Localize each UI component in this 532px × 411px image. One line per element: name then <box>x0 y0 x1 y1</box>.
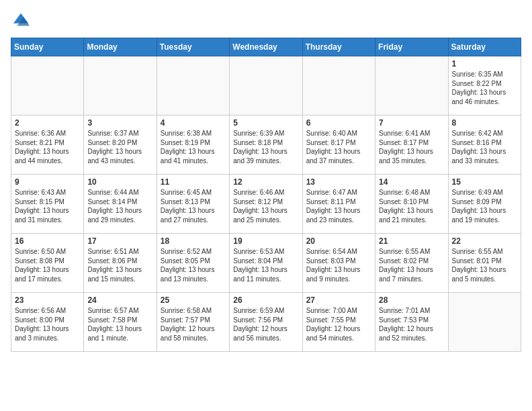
day-number: 24 <box>87 295 152 305</box>
week-row-0: 1Sunrise: 6:35 AM Sunset: 8:22 PM Daylig… <box>11 56 521 116</box>
calendar-cell: 20Sunrise: 6:54 AM Sunset: 8:03 PM Dayli… <box>302 234 375 293</box>
week-row-3: 16Sunrise: 6:50 AM Sunset: 8:08 PM Dayli… <box>11 234 521 293</box>
day-number: 13 <box>306 177 371 187</box>
calendar-cell: 14Sunrise: 6:48 AM Sunset: 8:10 PM Dayli… <box>375 175 448 234</box>
day-number: 27 <box>306 295 371 305</box>
calendar-cell: 13Sunrise: 6:47 AM Sunset: 8:11 PM Dayli… <box>302 175 375 234</box>
calendar-cell <box>448 293 521 352</box>
day-number: 6 <box>306 118 371 128</box>
day-number: 15 <box>452 177 517 187</box>
day-info: Sunrise: 6:50 AM Sunset: 8:08 PM Dayligh… <box>15 247 80 283</box>
weekday-header-saturday: Saturday <box>448 38 521 56</box>
calendar-cell <box>84 56 157 116</box>
calendar-cell: 21Sunrise: 6:55 AM Sunset: 8:02 PM Dayli… <box>375 234 448 293</box>
day-number: 17 <box>87 236 152 246</box>
calendar-cell: 22Sunrise: 6:55 AM Sunset: 8:01 PM Dayli… <box>448 234 521 293</box>
calendar-cell: 10Sunrise: 6:44 AM Sunset: 8:14 PM Dayli… <box>84 175 157 234</box>
calendar-cell: 26Sunrise: 6:59 AM Sunset: 7:56 PM Dayli… <box>230 293 302 352</box>
day-number: 20 <box>306 236 371 246</box>
calendar-cell: 16Sunrise: 6:50 AM Sunset: 8:08 PM Dayli… <box>11 234 84 293</box>
day-number: 19 <box>233 236 298 246</box>
day-info: Sunrise: 6:40 AM Sunset: 8:17 PM Dayligh… <box>306 129 371 165</box>
calendar-cell: 9Sunrise: 6:43 AM Sunset: 8:15 PM Daylig… <box>11 175 84 234</box>
logo <box>11 11 31 32</box>
day-number: 10 <box>87 177 152 187</box>
calendar-cell: 5Sunrise: 6:39 AM Sunset: 8:18 PM Daylig… <box>230 116 302 175</box>
calendar-cell: 27Sunrise: 7:00 AM Sunset: 7:55 PM Dayli… <box>302 293 375 352</box>
day-info: Sunrise: 6:36 AM Sunset: 8:21 PM Dayligh… <box>15 129 80 165</box>
day-info: Sunrise: 6:58 AM Sunset: 7:57 PM Dayligh… <box>161 306 226 342</box>
calendar-cell <box>302 56 375 116</box>
day-info: Sunrise: 6:55 AM Sunset: 8:02 PM Dayligh… <box>379 247 444 283</box>
calendar-cell: 8Sunrise: 6:42 AM Sunset: 8:16 PM Daylig… <box>448 116 521 175</box>
day-info: Sunrise: 6:49 AM Sunset: 8:09 PM Dayligh… <box>452 188 517 224</box>
calendar-cell <box>230 56 302 116</box>
calendar-cell: 17Sunrise: 6:51 AM Sunset: 8:06 PM Dayli… <box>84 234 157 293</box>
page-header <box>11 11 521 32</box>
calendar-cell: 24Sunrise: 6:57 AM Sunset: 7:58 PM Dayli… <box>84 293 157 352</box>
calendar-cell: 28Sunrise: 7:01 AM Sunset: 7:53 PM Dayli… <box>375 293 448 352</box>
day-number: 1 <box>452 59 517 68</box>
day-number: 26 <box>233 295 298 305</box>
day-info: Sunrise: 6:46 AM Sunset: 8:12 PM Dayligh… <box>233 188 298 224</box>
day-info: Sunrise: 6:43 AM Sunset: 8:15 PM Dayligh… <box>15 188 80 224</box>
day-number: 14 <box>379 177 444 187</box>
day-info: Sunrise: 6:59 AM Sunset: 7:56 PM Dayligh… <box>233 306 298 342</box>
day-number: 9 <box>15 177 80 187</box>
weekday-header-row: SundayMondayTuesdayWednesdayThursdayFrid… <box>11 38 521 56</box>
day-number: 8 <box>452 118 517 128</box>
day-number: 18 <box>161 236 226 246</box>
day-info: Sunrise: 6:53 AM Sunset: 8:04 PM Dayligh… <box>233 247 298 283</box>
calendar-cell: 4Sunrise: 6:38 AM Sunset: 8:19 PM Daylig… <box>157 116 229 175</box>
day-info: Sunrise: 6:39 AM Sunset: 8:18 PM Dayligh… <box>233 129 298 165</box>
day-info: Sunrise: 7:01 AM Sunset: 7:53 PM Dayligh… <box>379 306 444 342</box>
day-number: 4 <box>161 118 226 128</box>
day-info: Sunrise: 6:51 AM Sunset: 8:06 PM Dayligh… <box>87 247 152 283</box>
day-number: 28 <box>379 295 444 305</box>
day-number: 16 <box>15 236 80 246</box>
day-info: Sunrise: 6:52 AM Sunset: 8:05 PM Dayligh… <box>161 247 226 283</box>
weekday-header-tuesday: Tuesday <box>157 38 229 56</box>
day-info: Sunrise: 6:55 AM Sunset: 8:01 PM Dayligh… <box>452 247 517 283</box>
day-number: 11 <box>161 177 226 187</box>
day-info: Sunrise: 6:56 AM Sunset: 8:00 PM Dayligh… <box>15 306 80 342</box>
day-info: Sunrise: 6:54 AM Sunset: 8:03 PM Dayligh… <box>306 247 371 283</box>
weekday-header-sunday: Sunday <box>11 38 84 56</box>
calendar-cell: 6Sunrise: 6:40 AM Sunset: 8:17 PM Daylig… <box>302 116 375 175</box>
day-info: Sunrise: 6:44 AM Sunset: 8:14 PM Dayligh… <box>87 188 152 224</box>
logo-icon <box>12 11 31 30</box>
day-number: 25 <box>161 295 226 305</box>
day-number: 21 <box>379 236 444 246</box>
calendar-cell: 25Sunrise: 6:58 AM Sunset: 7:57 PM Dayli… <box>157 293 229 352</box>
day-number: 2 <box>15 118 80 128</box>
day-info: Sunrise: 6:57 AM Sunset: 7:58 PM Dayligh… <box>87 306 152 342</box>
day-number: 23 <box>15 295 80 305</box>
calendar-cell: 3Sunrise: 6:37 AM Sunset: 8:20 PM Daylig… <box>84 116 157 175</box>
day-info: Sunrise: 6:37 AM Sunset: 8:20 PM Dayligh… <box>87 129 152 165</box>
week-row-2: 9Sunrise: 6:43 AM Sunset: 8:15 PM Daylig… <box>11 175 521 234</box>
calendar-cell <box>11 56 84 116</box>
calendar-cell <box>375 56 448 116</box>
calendar-cell: 11Sunrise: 6:45 AM Sunset: 8:13 PM Dayli… <box>157 175 229 234</box>
weekday-header-friday: Friday <box>375 38 448 56</box>
day-info: Sunrise: 6:45 AM Sunset: 8:13 PM Dayligh… <box>161 188 226 224</box>
calendar-cell <box>157 56 229 116</box>
day-info: Sunrise: 7:00 AM Sunset: 7:55 PM Dayligh… <box>306 306 371 342</box>
week-row-1: 2Sunrise: 6:36 AM Sunset: 8:21 PM Daylig… <box>11 116 521 175</box>
day-info: Sunrise: 6:42 AM Sunset: 8:16 PM Dayligh… <box>452 129 517 165</box>
calendar-cell: 15Sunrise: 6:49 AM Sunset: 8:09 PM Dayli… <box>448 175 521 234</box>
day-info: Sunrise: 6:41 AM Sunset: 8:17 PM Dayligh… <box>379 129 444 165</box>
day-number: 12 <box>233 177 298 187</box>
calendar-cell: 1Sunrise: 6:35 AM Sunset: 8:22 PM Daylig… <box>448 56 521 116</box>
calendar-cell: 7Sunrise: 6:41 AM Sunset: 8:17 PM Daylig… <box>375 116 448 175</box>
day-number: 5 <box>233 118 298 128</box>
day-info: Sunrise: 6:48 AM Sunset: 8:10 PM Dayligh… <box>379 188 444 224</box>
day-info: Sunrise: 6:38 AM Sunset: 8:19 PM Dayligh… <box>161 129 226 165</box>
calendar: SundayMondayTuesdayWednesdayThursdayFrid… <box>11 38 521 352</box>
calendar-cell: 12Sunrise: 6:46 AM Sunset: 8:12 PM Dayli… <box>230 175 302 234</box>
day-number: 3 <box>87 118 152 128</box>
calendar-cell: 23Sunrise: 6:56 AM Sunset: 8:00 PM Dayli… <box>11 293 84 352</box>
week-row-4: 23Sunrise: 6:56 AM Sunset: 8:00 PM Dayli… <box>11 293 521 352</box>
calendar-cell: 18Sunrise: 6:52 AM Sunset: 8:05 PM Dayli… <box>157 234 229 293</box>
day-info: Sunrise: 6:47 AM Sunset: 8:11 PM Dayligh… <box>306 188 371 224</box>
